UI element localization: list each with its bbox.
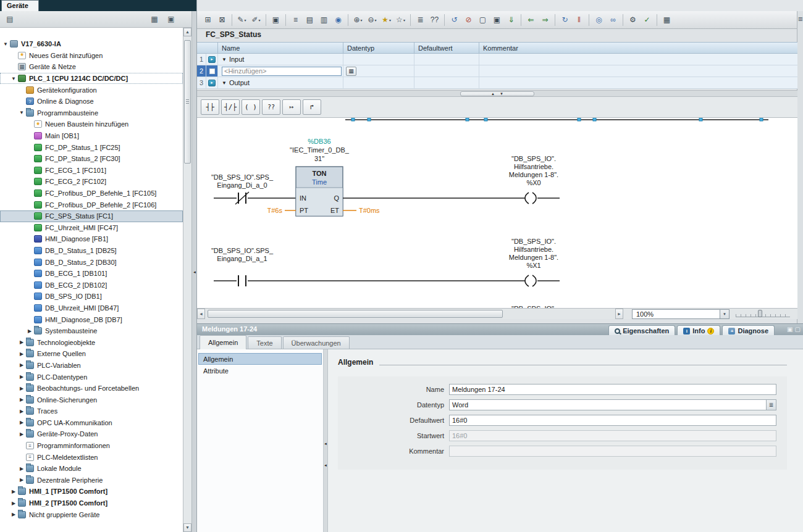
tree-item-online-sicherungen[interactable]: ▶Online-Sicherungen	[0, 394, 183, 405]
discard-setpoints-icon[interactable]: ⊘	[462, 14, 475, 27]
tree-item-hmi-2-tp1500-comfort[interactable]: ▶HMI_2 [TP1500 Comfort]	[0, 497, 183, 509]
copy-start-values-left-icon[interactable]: ⇐	[524, 14, 537, 27]
left-panel-divider[interactable]: ◄	[191, 11, 196, 532]
tree-item-programmbausteine[interactable]: ▼Programmbausteine	[0, 107, 183, 119]
contact1-operand-line2[interactable]: Eingang_Di_a_0	[217, 181, 267, 189]
expand-node-icon[interactable]: ▶	[18, 386, 25, 391]
modify-parameters-icon[interactable]: ✐▾	[250, 14, 263, 27]
ladder-canvas[interactable]: "DB_SPS_IO".SPS_ Eingang_Di_a_0 %DB36 "I…	[197, 118, 797, 308]
nav-collapse-icon-2[interactable]: ◄	[324, 463, 327, 467]
tree-item-hmi-diagnose-fb1[interactable]: HMI_Diagnose [FB1]	[0, 233, 183, 245]
coil2-operand-line2[interactable]: Hilfsantriebe.	[514, 246, 553, 253]
empty-box-icon[interactable]: ??	[262, 99, 280, 115]
tree-options-icon[interactable]: ▤	[4, 14, 16, 25]
paste-appearance-icon[interactable]: ▣	[269, 14, 282, 27]
tree-item-technologieobjekte[interactable]: ▶Technologieobjekte	[0, 336, 183, 348]
monitoring-off-icon[interactable]: ‖	[573, 14, 586, 27]
timer-db-name-line2[interactable]: 31"	[314, 155, 324, 162]
network-overview-icon[interactable]: ≣	[414, 14, 427, 27]
contact2-operand-line1[interactable]: "DB_SPS_IO".SPS_	[211, 247, 274, 254]
insert-network-icon[interactable]: ⊞	[201, 14, 214, 27]
section-expander-icon[interactable]: ▼	[222, 57, 227, 62]
expand-node-icon[interactable]: ▶	[10, 489, 17, 494]
no-contact-di-a1[interactable]	[238, 275, 246, 286]
tree-scrollbar-thumb[interactable]	[184, 40, 191, 164]
interface-row-3[interactable]: 3▸▼Output	[197, 77, 797, 89]
zoom-slider[interactable]	[736, 311, 790, 317]
expand-node-icon[interactable]: ▶	[10, 512, 17, 517]
tree-item-plc-1-cpu-1214c-dc-dc-dc[interactable]: ▼PLC_1 [CPU 1214C DC/DC/DC]	[0, 73, 183, 85]
tree-item-db-ecg-2-db102[interactable]: DB_ECG_2 [DB102]	[0, 279, 183, 291]
tree-diagram-view-icon[interactable]: ▦	[148, 14, 161, 25]
tree-item-fc-sps-status-fc1[interactable]: FC_SPS_Status [FC1]	[0, 210, 183, 222]
tree-item-neues-gerät-hinzufügen[interactable]: Neues Gerät hinzufügen	[0, 50, 183, 62]
tree-item-fc-ecg-1-fc101[interactable]: FC_ECG_1 [FC101]	[0, 165, 183, 177]
tree-item-programminformationen[interactable]: Programminformationen	[0, 440, 183, 452]
close-branch-icon[interactable]: ↱	[303, 99, 321, 115]
coil-icon[interactable]: ( )	[242, 99, 260, 115]
coil-x1[interactable]	[525, 275, 536, 286]
load-snapshot-values-icon[interactable]: ⇓	[505, 14, 518, 27]
tree-item-lokale-module[interactable]: ▶Lokale Module	[0, 463, 183, 475]
defaultwert-cell[interactable]	[414, 77, 479, 88]
delete-network-icon[interactable]: ⊠	[216, 14, 229, 27]
tree-item-fc-dp-status-2-fc30[interactable]: FC_DP_Status_2 [FC30]	[0, 153, 183, 165]
tree-item-externe-quellen[interactable]: ▶Externe Quellen	[0, 348, 183, 360]
coil2-operand-line4[interactable]: %X1	[526, 262, 540, 269]
block-interface-icon[interactable]: ▦	[660, 14, 673, 27]
zoom-dropdown-icon[interactable]: ▼	[720, 310, 729, 318]
datentyp-cell[interactable]	[343, 54, 414, 65]
tree-item-neuen-baustein-hinzufügen[interactable]: Neuen Baustein hinzufügen	[0, 118, 183, 130]
tree-item-gerätekonfiguration[interactable]: Gerätekonfiguration	[0, 84, 183, 96]
subtab-allgemein[interactable]: Allgemein	[200, 335, 246, 349]
column-defaultwert[interactable]: Defaultwert	[414, 43, 479, 53]
scroll-right-icon[interactable]: ►	[615, 309, 623, 319]
tree-item-fc-profibus-dp-befehle-1-fc105[interactable]: FC_Profibus_DP_Befehle_1 [FC105]	[0, 188, 183, 199]
tree-item-fc-profibus-dp-befehle-2-fc106[interactable]: FC_Profibus_DP_Befehle_2 [FC106]	[0, 199, 183, 210]
add-parameter-editor[interactable]: <Hinzufügen>	[222, 67, 342, 76]
nav-item-attribute[interactable]: Attribute	[198, 365, 322, 376]
expand-node-icon[interactable]: ▶	[18, 362, 25, 368]
nc-contact-icon[interactable]: ┤/├	[221, 99, 240, 115]
tree-item-db-d-status-2-db30[interactable]: DB_D_Status_2 [DB30]	[0, 256, 183, 268]
timer-db-address[interactable]: %DB36	[308, 138, 330, 145]
subtab-überwachungen[interactable]: Überwachungen	[283, 336, 350, 349]
add-favorite-icon[interactable]: ☆▾	[394, 14, 407, 27]
reset-start-values-icon[interactable]: ↺	[448, 14, 461, 27]
column-kommentar[interactable]: Kommentar	[479, 43, 797, 53]
expand-node-icon[interactable]: ▶	[18, 374, 25, 380]
pt-value[interactable]: T#6s	[267, 207, 283, 214]
datatype-dropdown-icon[interactable]: ≣	[766, 399, 776, 410]
subtab-texte[interactable]: Texte	[248, 336, 281, 349]
tree-item-main-ob1[interactable]: Main [OB1]	[0, 130, 183, 142]
go-online-sync-icon[interactable]: ◎	[592, 14, 605, 27]
call-environment-icon[interactable]: ⚙	[626, 14, 639, 27]
tree-item-hmi-1-tp1500-comfort[interactable]: ▶HMI_1 [TP1500 Comfort]	[0, 486, 183, 497]
scroll-left-icon[interactable]: ◄	[197, 309, 205, 319]
datatype-browse-button[interactable]: ▦	[346, 67, 356, 76]
contact1-operand-line1[interactable]: "DB_SPS_IO".SPS_	[211, 173, 274, 181]
defaultwert-cell[interactable]	[414, 54, 479, 65]
startwert-input[interactable]: 16#0	[449, 430, 776, 441]
tree-item-beobachtungs-und-forcetabellen[interactable]: ▶Beobachtungs- und Forcetabellen	[0, 383, 183, 394]
contact2-operand-line2[interactable]: Eingang_Di_a_1	[217, 255, 267, 262]
nav-collapse-icon[interactable]: ◄	[324, 442, 327, 446]
expand-all-networks-icon[interactable]: ⊕▾	[351, 14, 364, 27]
kommentar-cell[interactable]	[479, 54, 797, 65]
editor-splitter[interactable]: ▲ ▼	[197, 90, 797, 97]
tree-item-dezentrale-peripherie[interactable]: ▶Dezentrale Peripherie	[0, 475, 183, 486]
collapse-node-icon[interactable]: ▼	[2, 41, 9, 47]
tree-item-fc-ecg-2-fc102[interactable]: FC_ECG_2 [FC102]	[0, 176, 183, 188]
tree-item-online-diagnose[interactable]: Online & Diagnose	[0, 96, 183, 107]
expand-node-icon[interactable]: ▶	[10, 501, 17, 506]
network-comments-toggle-icon[interactable]: ◉	[332, 14, 345, 27]
tree-item-db-sps-io-db1[interactable]: DB_SPS_IO [DB1]	[0, 291, 183, 302]
kommentar-cell[interactable]	[479, 77, 797, 88]
tab-info[interactable]: Infoi	[677, 325, 720, 336]
dock-panel-icon[interactable]: ▣	[787, 326, 792, 333]
coil2-operand-line3[interactable]: Meldungen 1-8".	[509, 254, 558, 261]
zoom-select[interactable]: 100% ▼	[632, 309, 729, 319]
open-branch-icon[interactable]: ↦	[282, 99, 301, 115]
expand-node-icon[interactable]: ▶	[18, 351, 25, 357]
tree-item-db-uhrzeit-hmi-db47[interactable]: DB_Uhrzeit_HMI [DB47]	[0, 302, 183, 314]
